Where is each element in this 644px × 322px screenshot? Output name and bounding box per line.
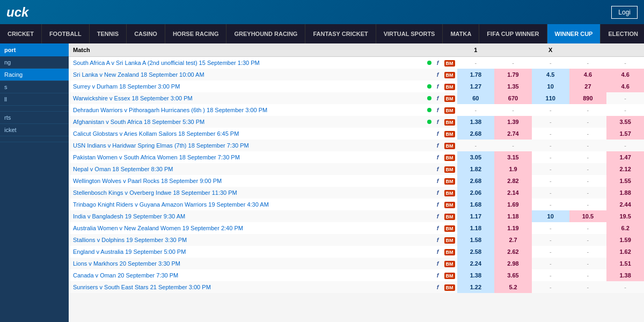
odds-cell-4[interactable]: 2.44 (606, 199, 644, 210)
facebook-icon[interactable]: f (437, 284, 439, 290)
bm-badge-cell[interactable]: BM (442, 234, 457, 246)
odds-cell-0[interactable]: 1.38 (457, 269, 495, 281)
odds-cell-0[interactable]: 1.58 (457, 234, 495, 246)
odds-cell-4[interactable]: 1.57 (606, 128, 644, 140)
odds-cell-4[interactable]: 1.47 (606, 151, 644, 163)
facebook-icon-cell[interactable]: f (434, 151, 442, 163)
odds-cell-3[interactable]: 890 (569, 92, 607, 104)
bm-badge[interactable]: BM (444, 96, 455, 102)
facebook-icon-cell[interactable]: f (434, 57, 442, 69)
bm-badge-cell[interactable]: BM (442, 222, 457, 234)
facebook-icon-cell[interactable]: f (434, 140, 442, 151)
match-name[interactable]: Sunrisers v South East Stars 21 Septembe… (69, 281, 425, 293)
bm-badge-cell[interactable]: BM (442, 128, 457, 140)
odds-cell-1[interactable]: 670 (494, 92, 532, 104)
bm-badge[interactable]: BM (444, 119, 455, 126)
facebook-icon[interactable]: f (437, 107, 439, 113)
bm-badge[interactable]: BM (444, 166, 455, 173)
bm-badge[interactable]: BM (444, 190, 455, 196)
facebook-icon-cell[interactable]: f (434, 104, 442, 116)
match-name[interactable]: Stellenbosch Kings v Overberg Indwe 18 S… (69, 187, 425, 199)
odds-cell-3[interactable]: 27 (569, 80, 607, 92)
nav-item-winner-cup[interactable]: WINNER CUP (547, 24, 601, 43)
odds-cell-4[interactable]: 1.55 (606, 175, 644, 187)
odds-cell-0[interactable]: 1.18 (457, 222, 495, 234)
odds-cell-0[interactable]: 1.68 (457, 199, 495, 210)
bm-badge-cell[interactable]: BM (442, 80, 457, 92)
odds-cell-0[interactable]: 1.38 (457, 116, 495, 128)
match-name[interactable]: India v Bangladesh 19 September 9:30 AM (69, 210, 425, 222)
facebook-icon-cell[interactable]: f (434, 258, 442, 269)
facebook-icon-cell[interactable]: f (434, 210, 442, 222)
odds-cell-1[interactable]: 2.98 (494, 258, 532, 269)
nav-item-greyhound-racing[interactable]: GREYHOUND RACING (226, 24, 305, 43)
bm-badge-cell[interactable]: BM (442, 151, 457, 163)
match-name[interactable]: Calicut Globstars v Aries Kollam Sailors… (69, 128, 425, 140)
facebook-icon[interactable]: f (437, 189, 439, 196)
match-name[interactable]: Pakistan Women v South Africa Women 18 S… (69, 151, 425, 163)
odds-cell-1[interactable]: 3.15 (494, 151, 532, 163)
bm-badge-cell[interactable]: BM (442, 69, 457, 80)
match-name[interactable]: Wellington Wolves v Paarl Rocks 18 Septe… (69, 175, 425, 187)
odds-cell-4[interactable]: 1.88 (606, 187, 644, 199)
bm-badge-cell[interactable]: BM (442, 92, 457, 104)
facebook-icon-cell[interactable]: f (434, 175, 442, 187)
odds-cell-1[interactable]: 1.19 (494, 222, 532, 234)
odds-cell-4[interactable]: 1.38 (606, 269, 644, 281)
odds-cell-2[interactable]: 10 (532, 80, 569, 92)
facebook-icon-cell[interactable]: f (434, 234, 442, 246)
facebook-icon-cell[interactable]: f (434, 116, 442, 128)
odds-cell-1[interactable]: 1.18 (494, 210, 532, 222)
bm-badge[interactable]: BM (444, 273, 455, 279)
bm-badge[interactable]: BM (444, 249, 455, 255)
sidebar-section-header[interactable]: port (0, 43, 69, 56)
odds-cell-2[interactable]: 4.5 (532, 69, 569, 80)
facebook-icon-cell[interactable]: f (434, 281, 442, 293)
match-name[interactable]: Lions v Markhors 20 September 3:30 PM (69, 258, 425, 269)
sidebar-item[interactable]: s (0, 81, 69, 93)
facebook-icon[interactable]: f (437, 71, 439, 78)
odds-cell-1[interactable]: 2.14 (494, 187, 532, 199)
bm-badge[interactable]: BM (444, 131, 455, 137)
sidebar-item[interactable]: ng (0, 56, 69, 69)
match-name[interactable]: Canada v Oman 20 September 7:30 PM (69, 269, 425, 281)
match-name[interactable]: Australia Women v New Zealand Women 19 S… (69, 222, 425, 234)
odds-cell-4[interactable]: 2.12 (606, 163, 644, 175)
odds-cell-0[interactable]: 60 (457, 92, 495, 104)
facebook-icon[interactable]: f (437, 201, 439, 208)
facebook-icon[interactable]: f (437, 60, 439, 66)
nav-item-cricket[interactable]: CRICKET (0, 24, 42, 43)
odds-cell-3[interactable]: 4.6 (569, 69, 607, 80)
bm-badge-cell[interactable]: BM (442, 104, 457, 116)
facebook-icon-cell[interactable]: f (434, 246, 442, 258)
odds-cell-1[interactable]: 1.79 (494, 69, 532, 80)
bm-badge-cell[interactable]: BM (442, 199, 457, 210)
odds-cell-1[interactable]: 1.69 (494, 199, 532, 210)
match-name[interactable]: Nepal v Oman 18 September 8:30 PM (69, 163, 425, 175)
facebook-icon-cell[interactable]: f (434, 80, 442, 92)
match-name[interactable]: England v Australia 19 September 5:00 PM (69, 246, 425, 258)
facebook-icon-cell[interactable]: f (434, 69, 442, 80)
facebook-icon-cell[interactable]: f (434, 199, 442, 210)
bm-badge[interactable]: BM (444, 84, 455, 90)
bm-badge[interactable]: BM (444, 178, 455, 185)
odds-cell-2[interactable]: 110 (532, 92, 569, 104)
facebook-icon[interactable]: f (437, 213, 439, 219)
odds-cell-0[interactable]: 1.82 (457, 163, 495, 175)
facebook-icon[interactable]: f (437, 237, 439, 243)
odds-cell-3[interactable]: 10.5 (569, 210, 607, 222)
bm-badge[interactable]: BM (444, 225, 455, 232)
match-name[interactable]: Surrey v Durham 18 September 3:00 PM (69, 80, 425, 92)
bm-badge[interactable]: BM (444, 202, 455, 208)
odds-cell-1[interactable]: 1.35 (494, 80, 532, 92)
facebook-icon[interactable]: f (437, 166, 439, 172)
bm-badge[interactable]: BM (444, 155, 455, 161)
bm-badge[interactable]: BM (444, 237, 455, 244)
bm-badge-cell[interactable]: BM (442, 281, 457, 293)
facebook-icon[interactable]: f (437, 142, 439, 149)
odds-cell-4[interactable]: 4.6 (606, 69, 644, 80)
sidebar-item[interactable] (0, 106, 69, 112)
match-name[interactable]: Afghanistan v South Africa 18 September … (69, 116, 425, 128)
odds-cell-4[interactable]: 1.62 (606, 246, 644, 258)
facebook-icon[interactable]: f (437, 260, 439, 267)
